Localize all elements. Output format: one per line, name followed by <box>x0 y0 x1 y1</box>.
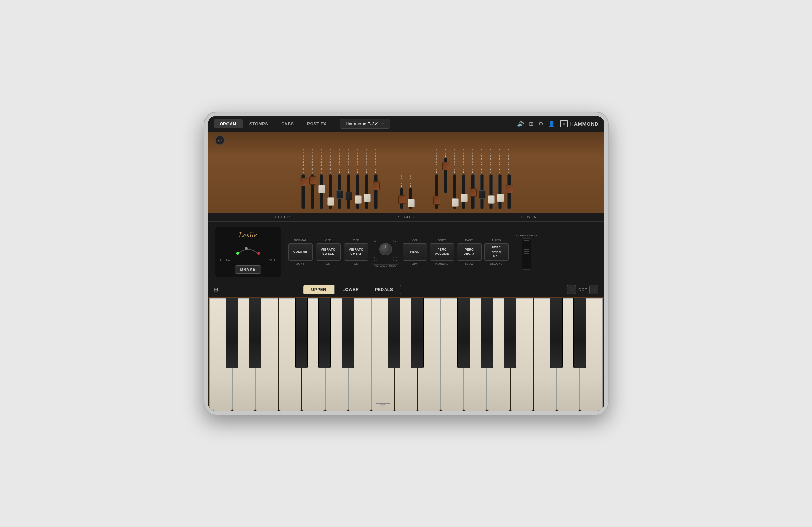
black-key[interactable] <box>457 298 470 368</box>
user-icon[interactable]: 👤 <box>548 120 555 127</box>
c3-key-label: C3 <box>380 404 385 408</box>
tab-pedals-keys[interactable]: PEDALS <box>367 285 401 294</box>
drawbar-lower-7[interactable]: 87654321 <box>487 148 495 209</box>
c2-label: C-2 <box>393 256 397 259</box>
tab-organ[interactable]: ORGAN <box>214 119 243 128</box>
perc-harm-sel-control: THIRD PERC HARM SEL SECOND <box>484 239 509 265</box>
vibrato-labels-bottom2: V-1 C-1 <box>374 259 397 262</box>
drawbar-track[interactable] <box>400 188 403 209</box>
svg-point-2 <box>257 252 260 255</box>
volume-switch[interactable]: VOLUME <box>288 243 313 261</box>
vibrato-swell-switch[interactable]: VIBRATO SWELL <box>316 243 341 261</box>
drawbar-lower-3[interactable]: 87654321 <box>451 148 459 209</box>
black-key[interactable] <box>550 298 563 368</box>
drawbar-track[interactable] <box>338 174 341 209</box>
keyboard-section: ⊞ UPPER LOWER PEDALS − OCT + C3 <box>208 282 604 411</box>
black-key[interactable] <box>342 298 354 368</box>
tab-lower-keys[interactable]: LOWER <box>334 285 367 294</box>
perc-switch[interactable]: PERC <box>403 243 427 261</box>
black-key[interactable] <box>411 298 424 368</box>
drawbar-lower-5[interactable]: 87654321 <box>469 148 477 209</box>
perc-decay-switch[interactable]: PERC DECAY <box>457 243 482 261</box>
tab-upper-keys[interactable]: UPPER <box>303 285 335 294</box>
brake-button[interactable]: BRAKE <box>235 265 261 274</box>
drawbar-track[interactable] <box>365 174 368 209</box>
black-key[interactable] <box>249 298 261 368</box>
exp-line-2 <box>524 243 529 243</box>
leslie-speed: SLOW FAST BRAKE <box>220 242 276 274</box>
black-key[interactable] <box>318 298 331 368</box>
drawbar-upper-5[interactable]: 87654321 <box>336 148 343 209</box>
leslie-title: Leslie <box>220 230 276 239</box>
drawbar-track[interactable] <box>329 174 332 209</box>
pedal-drawbars: 4321 4321 <box>398 175 415 209</box>
keyboard-icon[interactable]: ⊞ <box>214 286 218 293</box>
drawbar-lower-4[interactable]: 87654321 <box>460 148 468 209</box>
drawbar-upper-6[interactable]: 87654321 <box>345 148 352 209</box>
drawbar-track[interactable] <box>435 174 438 209</box>
drawbar-track[interactable] <box>320 174 323 209</box>
black-key[interactable] <box>481 298 493 368</box>
tab-cabs[interactable]: CABS <box>275 119 300 128</box>
drawbar-numbers: 87654321 <box>321 148 322 173</box>
vibrato-great-switch[interactable]: VIBRATO GREAT <box>344 243 368 261</box>
drawbar-lower-9[interactable]: 87654321 <box>505 148 513 209</box>
black-key[interactable] <box>295 298 308 368</box>
drawbar-track[interactable] <box>471 174 475 209</box>
tab-postfx[interactable]: POST FX <box>301 119 333 128</box>
drawbar-lower-1[interactable]: 87654321 <box>433 148 440 209</box>
controls-section: Leslie SLOW FAST BRAKE <box>208 222 604 282</box>
drawbar-track[interactable] <box>356 174 359 209</box>
drawbar-track[interactable] <box>480 174 484 209</box>
expression-slider[interactable] <box>522 238 531 270</box>
settings-icon[interactable]: ⚙ <box>538 120 543 127</box>
power-button[interactable]: ⏻ <box>215 135 225 145</box>
drawbar-lower-8[interactable]: 87654321 <box>496 148 504 209</box>
tab-stomps[interactable]: STOMPS <box>243 119 274 128</box>
oct-plus-button[interactable]: + <box>589 285 598 294</box>
drawbar-upper-3[interactable]: 87654321 <box>318 148 325 209</box>
drawbar-upper-2[interactable]: 87654321 <box>308 148 316 209</box>
drawbar-pedal-1[interactable]: 4321 <box>398 175 405 209</box>
drawbar-numbers: 87654321 <box>330 148 331 173</box>
drawbar-upper-8[interactable]: 87654321 <box>363 148 371 209</box>
drawbar-track[interactable] <box>462 174 465 209</box>
drawbar-numbers: 87654321 <box>472 148 474 173</box>
drawbar-track[interactable] <box>453 174 456 209</box>
perc-volume-switch[interactable]: PERC VOLUME <box>430 243 454 261</box>
drawbar-numbers: 87654321 <box>490 148 492 173</box>
black-key[interactable] <box>388 298 400 368</box>
speaker-icon[interactable]: 🔊 <box>517 120 524 127</box>
drawbar-track[interactable] <box>301 174 305 209</box>
drawbar-track[interactable] <box>409 188 412 209</box>
preset-selector[interactable]: Hammond B-3X ≡ <box>340 119 390 129</box>
drawbar-upper-4[interactable]: 87654321 <box>327 148 334 209</box>
logo-symbol: H <box>560 120 568 127</box>
drawbar-track[interactable] <box>347 174 350 209</box>
vibrato-knob-box: V-3 C-3 V-2 C-2 V-1 C-1 <box>372 237 399 265</box>
drawbar-pedal-2[interactable]: 4321 <box>407 175 415 209</box>
black-key[interactable] <box>226 298 238 368</box>
drawbar-numbers: 87654321 <box>499 148 501 173</box>
perc-harm-switch[interactable]: PERC HARM SEL <box>484 243 509 261</box>
drawbar-track[interactable] <box>374 174 378 209</box>
drawbar-track[interactable] <box>507 174 511 209</box>
leslie-arc-svg <box>234 242 262 256</box>
black-key[interactable] <box>504 298 516 368</box>
drawbar-track[interactable] <box>444 158 447 193</box>
drawbar-upper-1[interactable]: 87654321 <box>299 148 307 209</box>
drawbar-numbers: 87654321 <box>481 148 483 173</box>
tablet-screen: ORGAN STOMPS CABS POST FX Hammond B-3X ≡… <box>208 116 604 411</box>
drawbar-upper-9[interactable]: 87654321 <box>372 148 380 209</box>
drawbar-lower-6[interactable]: 87654321 <box>478 148 486 209</box>
drawbar-track[interactable] <box>311 174 314 209</box>
drawbar-track[interactable] <box>489 174 493 209</box>
drawbar-track[interactable] <box>498 174 502 209</box>
black-key[interactable] <box>573 298 586 368</box>
keys-icon[interactable]: ⊞ <box>529 120 534 127</box>
vibrato-chorus-knob[interactable] <box>379 243 392 255</box>
oct-minus-button[interactable]: − <box>567 285 576 294</box>
drawbar-upper-7[interactable]: 87654321 <box>354 148 362 209</box>
drawbar-lower-2[interactable]: 321 <box>442 148 449 209</box>
c1-label: C-1 <box>393 259 397 262</box>
